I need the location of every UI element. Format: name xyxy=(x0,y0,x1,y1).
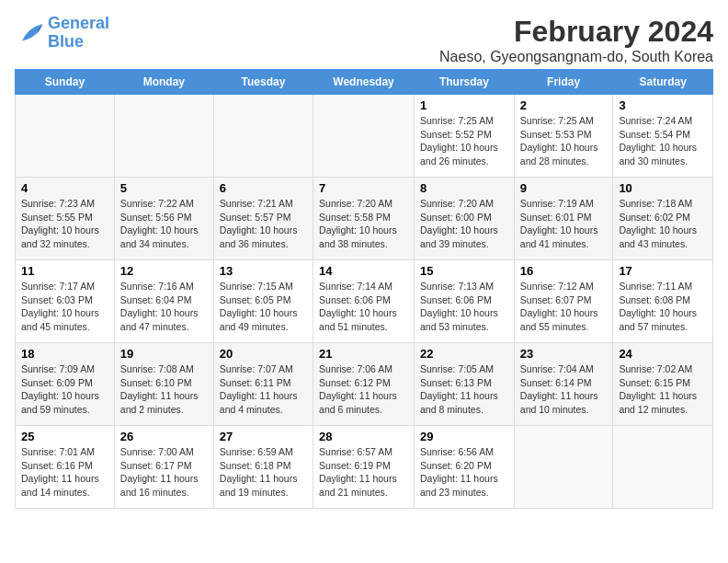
calendar-week-row: 18Sunrise: 7:09 AM Sunset: 6:09 PM Dayli… xyxy=(16,343,713,426)
calendar-cell: 20Sunrise: 7:07 AM Sunset: 6:11 PM Dayli… xyxy=(213,343,313,426)
calendar-cell xyxy=(514,426,613,509)
header-day-tuesday: Tuesday xyxy=(213,70,313,95)
day-number: 10 xyxy=(619,181,707,195)
main-title: February 2024 xyxy=(439,15,713,49)
calendar-table: SundayMondayTuesdayWednesdayThursdayFrid… xyxy=(15,69,713,509)
day-number: 8 xyxy=(420,181,508,195)
calendar-cell: 28Sunrise: 6:57 AM Sunset: 6:19 PM Dayli… xyxy=(313,426,415,509)
day-number: 28 xyxy=(319,430,408,443)
logo-icon xyxy=(15,20,44,46)
subtitle: Naeso, Gyeongsangnam-do, South Korea xyxy=(439,49,713,65)
calendar-cell: 18Sunrise: 7:09 AM Sunset: 6:09 PM Dayli… xyxy=(16,343,115,426)
day-info: Sunrise: 6:57 AM Sunset: 6:19 PM Dayligh… xyxy=(319,445,408,500)
calendar-cell: 8Sunrise: 7:20 AM Sunset: 6:00 PM Daylig… xyxy=(415,178,515,260)
calendar-cell: 2Sunrise: 7:25 AM Sunset: 5:53 PM Daylig… xyxy=(514,95,613,178)
day-info: Sunrise: 7:22 AM Sunset: 5:56 PM Dayligh… xyxy=(120,197,208,251)
day-info: Sunrise: 7:06 AM Sunset: 6:12 PM Dayligh… xyxy=(319,362,408,417)
day-info: Sunrise: 6:56 AM Sunset: 6:20 PM Dayligh… xyxy=(420,445,508,500)
calendar-cell: 3Sunrise: 7:24 AM Sunset: 5:54 PM Daylig… xyxy=(613,95,713,178)
day-number: 24 xyxy=(619,347,707,361)
calendar-cell: 16Sunrise: 7:12 AM Sunset: 6:07 PM Dayli… xyxy=(514,260,613,343)
day-number: 15 xyxy=(420,264,508,278)
day-info: Sunrise: 7:24 AM Sunset: 5:54 PM Dayligh… xyxy=(619,114,707,168)
day-info: Sunrise: 7:25 AM Sunset: 5:52 PM Dayligh… xyxy=(420,114,508,168)
logo-text-line1: General xyxy=(48,15,109,33)
title-block: February 2024 Naeso, Gyeongsangnam-do, S… xyxy=(439,15,713,65)
day-info: Sunrise: 7:17 AM Sunset: 6:03 PM Dayligh… xyxy=(21,280,108,334)
calendar-cell: 11Sunrise: 7:17 AM Sunset: 6:03 PM Dayli… xyxy=(16,260,115,343)
day-info: Sunrise: 7:02 AM Sunset: 6:15 PM Dayligh… xyxy=(619,362,707,417)
day-number: 11 xyxy=(21,264,108,278)
calendar-cell: 6Sunrise: 7:21 AM Sunset: 5:57 PM Daylig… xyxy=(213,178,313,260)
calendar-cell: 23Sunrise: 7:04 AM Sunset: 6:14 PM Dayli… xyxy=(514,343,613,426)
day-info: Sunrise: 7:05 AM Sunset: 6:13 PM Dayligh… xyxy=(420,362,508,417)
calendar-cell xyxy=(16,95,115,178)
calendar-cell: 15Sunrise: 7:13 AM Sunset: 6:06 PM Dayli… xyxy=(415,260,515,343)
calendar-cell xyxy=(613,426,713,509)
day-number: 16 xyxy=(520,264,608,278)
day-info: Sunrise: 7:08 AM Sunset: 6:10 PM Dayligh… xyxy=(120,362,208,417)
header-day-sunday: Sunday xyxy=(16,70,115,95)
header-day-monday: Monday xyxy=(114,70,213,95)
calendar-week-row: 4Sunrise: 7:23 AM Sunset: 5:55 PM Daylig… xyxy=(16,178,713,260)
calendar-cell: 29Sunrise: 6:56 AM Sunset: 6:20 PM Dayli… xyxy=(415,426,515,509)
day-info: Sunrise: 7:12 AM Sunset: 6:07 PM Dayligh… xyxy=(520,280,608,334)
calendar-cell: 13Sunrise: 7:15 AM Sunset: 6:05 PM Dayli… xyxy=(213,260,313,343)
day-number: 5 xyxy=(120,181,208,195)
day-info: Sunrise: 7:19 AM Sunset: 6:01 PM Dayligh… xyxy=(520,197,608,251)
calendar-week-row: 1Sunrise: 7:25 AM Sunset: 5:52 PM Daylig… xyxy=(16,95,713,178)
day-info: Sunrise: 7:15 AM Sunset: 6:05 PM Dayligh… xyxy=(220,280,307,334)
calendar-cell xyxy=(213,95,313,178)
day-number: 13 xyxy=(220,264,307,278)
day-number: 29 xyxy=(420,430,508,443)
day-info: Sunrise: 7:07 AM Sunset: 6:11 PM Dayligh… xyxy=(220,362,307,417)
calendar-cell: 14Sunrise: 7:14 AM Sunset: 6:06 PM Dayli… xyxy=(313,260,415,343)
day-number: 6 xyxy=(220,181,307,195)
calendar-cell: 21Sunrise: 7:06 AM Sunset: 6:12 PM Dayli… xyxy=(313,343,415,426)
day-number: 1 xyxy=(420,98,508,112)
day-number: 3 xyxy=(619,98,707,112)
day-number: 2 xyxy=(520,98,608,112)
day-info: Sunrise: 7:23 AM Sunset: 5:55 PM Dayligh… xyxy=(21,197,108,251)
calendar-week-row: 11Sunrise: 7:17 AM Sunset: 6:03 PM Dayli… xyxy=(16,260,713,343)
day-number: 27 xyxy=(220,430,307,443)
calendar-cell: 5Sunrise: 7:22 AM Sunset: 5:56 PM Daylig… xyxy=(114,178,213,260)
day-number: 23 xyxy=(520,347,608,361)
day-number: 26 xyxy=(120,430,208,443)
calendar-cell: 17Sunrise: 7:11 AM Sunset: 6:08 PM Dayli… xyxy=(613,260,713,343)
calendar-cell: 19Sunrise: 7:08 AM Sunset: 6:10 PM Dayli… xyxy=(114,343,213,426)
header-day-saturday: Saturday xyxy=(613,70,713,95)
calendar-cell: 1Sunrise: 7:25 AM Sunset: 5:52 PM Daylig… xyxy=(415,95,515,178)
calendar-cell xyxy=(114,95,213,178)
header: General Blue February 2024 Naeso, Gyeong… xyxy=(15,15,713,65)
day-number: 4 xyxy=(21,181,108,195)
day-info: Sunrise: 7:11 AM Sunset: 6:08 PM Dayligh… xyxy=(619,280,707,334)
day-number: 19 xyxy=(120,347,208,361)
day-info: Sunrise: 7:09 AM Sunset: 6:09 PM Dayligh… xyxy=(21,362,108,417)
day-number: 9 xyxy=(520,181,608,195)
day-number: 20 xyxy=(220,347,307,361)
day-number: 12 xyxy=(120,264,208,278)
day-info: Sunrise: 7:13 AM Sunset: 6:06 PM Dayligh… xyxy=(420,280,508,334)
header-day-friday: Friday xyxy=(514,70,613,95)
day-info: Sunrise: 7:16 AM Sunset: 6:04 PM Dayligh… xyxy=(120,280,208,334)
logo-text-line2: Blue xyxy=(48,33,109,52)
day-number: 18 xyxy=(21,347,108,361)
calendar-header-row: SundayMondayTuesdayWednesdayThursdayFrid… xyxy=(16,70,713,95)
calendar-cell: 24Sunrise: 7:02 AM Sunset: 6:15 PM Dayli… xyxy=(613,343,713,426)
day-info: Sunrise: 7:20 AM Sunset: 5:58 PM Dayligh… xyxy=(319,197,408,251)
calendar-cell: 7Sunrise: 7:20 AM Sunset: 5:58 PM Daylig… xyxy=(313,178,415,260)
day-info: Sunrise: 6:59 AM Sunset: 6:18 PM Dayligh… xyxy=(220,445,307,500)
header-day-wednesday: Wednesday xyxy=(313,70,415,95)
day-info: Sunrise: 7:25 AM Sunset: 5:53 PM Dayligh… xyxy=(520,114,608,168)
day-number: 22 xyxy=(420,347,508,361)
header-day-thursday: Thursday xyxy=(415,70,515,95)
calendar-cell: 10Sunrise: 7:18 AM Sunset: 6:02 PM Dayli… xyxy=(613,178,713,260)
day-number: 25 xyxy=(21,430,108,443)
calendar-cell: 4Sunrise: 7:23 AM Sunset: 5:55 PM Daylig… xyxy=(16,178,115,260)
calendar-cell: 9Sunrise: 7:19 AM Sunset: 6:01 PM Daylig… xyxy=(514,178,613,260)
day-info: Sunrise: 7:04 AM Sunset: 6:14 PM Dayligh… xyxy=(520,362,608,417)
day-info: Sunrise: 7:14 AM Sunset: 6:06 PM Dayligh… xyxy=(319,280,408,334)
day-info: Sunrise: 7:00 AM Sunset: 6:17 PM Dayligh… xyxy=(120,445,208,500)
day-number: 14 xyxy=(319,264,408,278)
